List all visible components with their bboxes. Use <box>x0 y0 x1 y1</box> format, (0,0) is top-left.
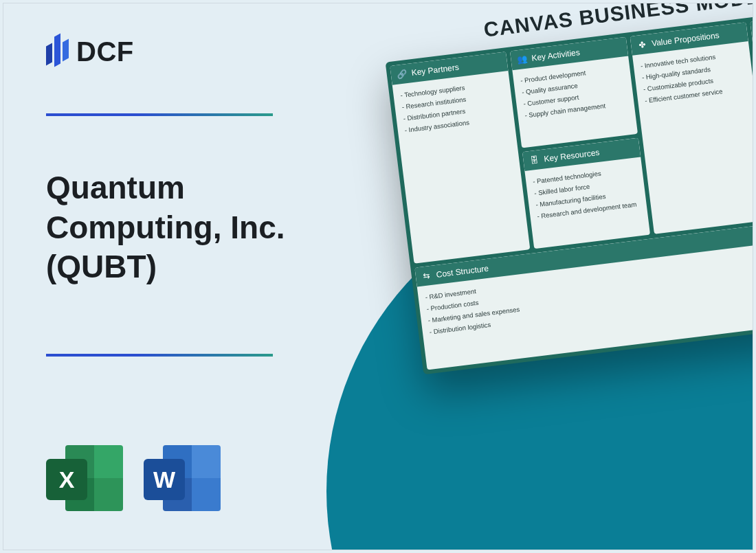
dcf-logo-text: DCF <box>76 36 134 67</box>
link-icon: 🔗 <box>396 68 408 80</box>
card-key-activities: 👥Key Activities Product development Qual… <box>510 37 638 148</box>
page-frame: DCF Quantum Computing, Inc. (QUBT) X W C… <box>3 3 753 550</box>
divider-bottom <box>46 354 273 357</box>
card-label: Key Resources <box>544 148 600 164</box>
business-model-canvas: 🔗Key Partners Technology suppliers Resea… <box>386 3 753 374</box>
word-icon: W <box>144 441 221 517</box>
card-label: Cost Structure <box>436 264 489 280</box>
excel-icon: X <box>46 441 123 517</box>
card-label: Key Activities <box>531 47 581 63</box>
file-format-icons: X W <box>46 441 221 517</box>
excel-badge: X <box>46 459 87 500</box>
sliders-icon: ⇆ <box>421 270 433 282</box>
word-badge: W <box>144 459 185 500</box>
card-value-propositions: ✤Value Propositions Innovative tech solu… <box>630 22 753 234</box>
gift-icon: ✤ <box>636 38 648 51</box>
page-title: Quantum Computing, Inc. (QUBT) <box>46 168 307 287</box>
people-icon: 👥 <box>516 53 529 65</box>
dcf-logo-mark-icon <box>46 31 69 72</box>
database-icon: 🗄 <box>529 154 541 166</box>
card-key-partners: 🔗Key Partners Technology suppliers Resea… <box>390 52 530 264</box>
dcf-logo: DCF <box>46 31 134 72</box>
card-label: Key Partners <box>411 63 460 78</box>
divider-top <box>46 113 273 116</box>
canvas-mockup: CANVAS BUSINESS MODEL 🔗Key Partners Tech… <box>381 3 753 374</box>
card-key-resources: 🗄Key Resources Patented technologies Ski… <box>522 138 650 249</box>
